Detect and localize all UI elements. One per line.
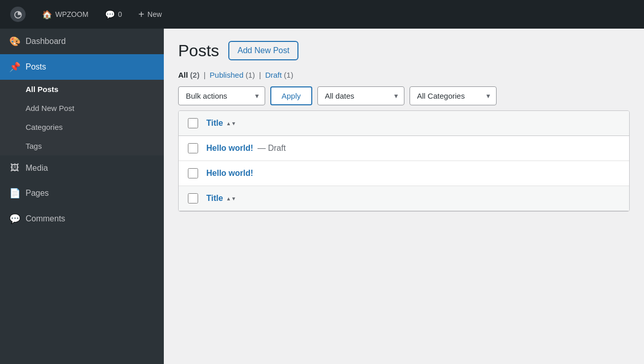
table-header-row: Title ▲▼	[179, 111, 629, 136]
apply-button[interactable]: Apply	[270, 86, 312, 105]
filter-published-label: Published	[210, 71, 244, 79]
filter-sep-2: |	[259, 71, 261, 79]
posts-submenu: All Posts Add New Post Categories Tags	[0, 80, 164, 155]
post-checkbox-2[interactable]	[188, 168, 198, 178]
post-title-cell-1: Hello world! — Draft	[206, 144, 286, 153]
title-header-label: Title	[206, 119, 223, 128]
filter-draft-label: Draft	[265, 71, 282, 79]
sidebar-media-label: Media	[26, 164, 48, 173]
bulk-actions-wrapper: Bulk actions ▼	[178, 86, 265, 105]
sidebar-posts-label: Posts	[26, 62, 46, 72]
all-dates-wrapper: All dates ▼	[317, 86, 404, 105]
tags-label: Tags	[26, 142, 42, 150]
sort-icon: ▲▼	[226, 121, 237, 126]
title-column-header[interactable]: Title ▲▼	[206, 119, 236, 128]
comment-count-label: 0	[118, 10, 122, 18]
sidebar-item-add-new-post[interactable]: Add New Post	[0, 99, 164, 118]
select-all-footer-checkbox[interactable]	[188, 193, 198, 203]
post-checkbox-1[interactable]	[188, 143, 198, 153]
sidebar-item-tags[interactable]: Tags	[0, 136, 164, 155]
sidebar-item-media[interactable]: 🖼 Media	[0, 155, 164, 180]
new-label: New	[147, 10, 162, 18]
sidebar-dashboard-label: Dashboard	[26, 37, 66, 46]
sort-footer-icon: ▲▼	[226, 196, 237, 201]
select-all-checkbox[interactable]	[188, 118, 198, 128]
sidebar-pages-label: Pages	[26, 189, 49, 198]
post-title-link-2[interactable]: Hello world!	[206, 169, 253, 177]
sidebar-item-categories[interactable]: Categories	[0, 118, 164, 136]
all-posts-label: All Posts	[26, 85, 58, 94]
page-title: Posts	[178, 41, 219, 60]
table-row: Hello world!	[179, 161, 629, 186]
admin-bar: ◔ 🏠 WPZOOM 💬 0 + New	[0, 0, 644, 29]
sidebar-comments-label: Comments	[26, 214, 65, 223]
filter-all-count: (2)	[190, 71, 199, 79]
all-dates-select[interactable]: All dates	[317, 86, 404, 105]
filter-published[interactable]: Published (1)	[210, 71, 255, 79]
filter-draft[interactable]: Draft (1)	[265, 71, 293, 79]
sidebar-item-dashboard[interactable]: 🎨 Dashboard	[0, 29, 164, 54]
title-column-footer[interactable]: Title ▲▼	[206, 194, 236, 203]
filter-draft-count: (1)	[284, 71, 293, 79]
sidebar: 🎨 Dashboard 📌 Posts All Posts Add New Po…	[0, 29, 164, 364]
media-icon: 🖼	[9, 163, 20, 173]
wp-logo-button[interactable]: ◔	[6, 5, 30, 24]
sidebar-item-pages[interactable]: 📄 Pages	[0, 180, 164, 206]
site-name-button[interactable]: 🏠 WPZOOM	[38, 8, 93, 21]
wp-logo-icon: ◔	[10, 7, 26, 22]
post-status-1: — Draft	[257, 144, 286, 152]
post-title-link-1[interactable]: Hello world!	[206, 144, 253, 152]
page-header: Posts Add New Post	[178, 41, 630, 60]
sidebar-item-posts[interactable]: 📌 Posts	[0, 54, 164, 80]
new-content-button[interactable]: + New	[134, 7, 166, 22]
posts-icon: 📌	[9, 61, 20, 73]
pages-icon: 📄	[9, 188, 20, 199]
posts-table: Title ▲▼ Hello world! — Draft Hello worl…	[178, 110, 630, 212]
site-name-label: WPZOOM	[55, 10, 89, 18]
categories-label: Categories	[26, 123, 63, 131]
comments-sidebar-icon: 💬	[9, 213, 20, 224]
filter-all-label: All	[178, 71, 188, 79]
filter-links: All (2) | Published (1) | Draft (1)	[178, 71, 630, 79]
comment-icon: 💬	[105, 10, 115, 19]
dashboard-icon: 🎨	[9, 36, 20, 47]
post-title-cell-2: Hello world!	[206, 169, 255, 178]
filter-published-count: (1)	[246, 71, 255, 79]
add-new-post-button[interactable]: Add New Post	[228, 41, 298, 60]
home-icon: 🏠	[42, 10, 52, 19]
add-new-post-label: Add New Post	[26, 104, 74, 112]
toolbar: Bulk actions ▼ Apply All dates ▼ All Cat…	[178, 86, 630, 105]
bulk-actions-select[interactable]: Bulk actions	[178, 86, 265, 105]
comments-button[interactable]: 💬 0	[101, 8, 126, 21]
main-layout: 🎨 Dashboard 📌 Posts All Posts Add New Po…	[0, 29, 644, 364]
plus-icon: +	[138, 9, 144, 20]
filter-sep-1: |	[204, 71, 206, 79]
sidebar-item-comments[interactable]: 💬 Comments	[0, 206, 164, 232]
sidebar-item-all-posts[interactable]: All Posts	[0, 80, 164, 99]
table-footer-row: Title ▲▼	[179, 186, 629, 211]
all-categories-select[interactable]: All Categories	[410, 86, 497, 105]
filter-all[interactable]: All (2)	[178, 71, 200, 79]
all-categories-wrapper: All Categories ▼	[410, 86, 497, 105]
title-footer-label: Title	[206, 194, 223, 203]
content-area: Posts Add New Post All (2) | Published (…	[164, 29, 644, 364]
table-row: Hello world! — Draft	[179, 136, 629, 161]
